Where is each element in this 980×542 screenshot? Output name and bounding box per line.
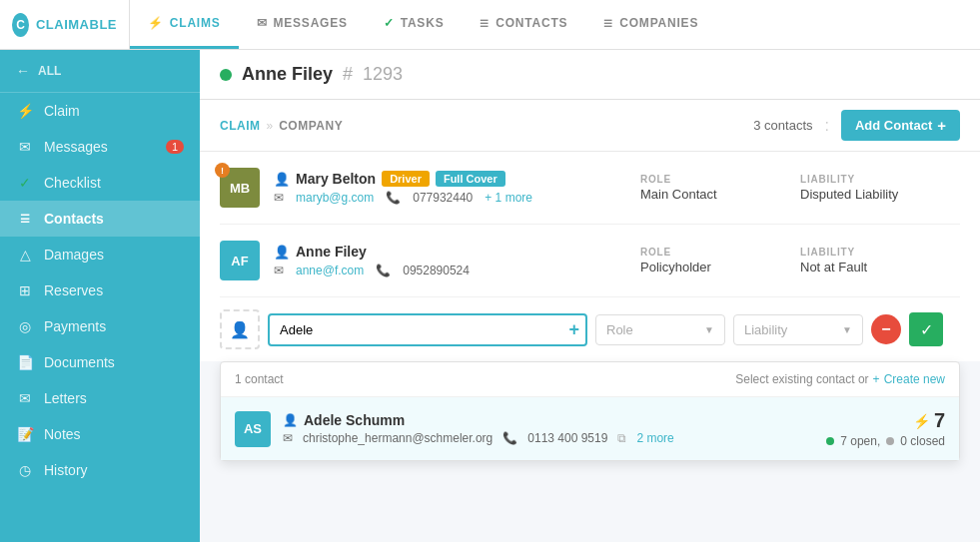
delete-row-button[interactable]: −: [871, 314, 901, 344]
mary-phone: 077932440: [413, 191, 473, 205]
anne-email[interactable]: anne@f.com: [296, 264, 364, 277]
contacts-count: 3 contacts: [753, 118, 812, 133]
person-icon-3: 👤: [283, 413, 298, 427]
sidebar-item-history[interactable]: ◷ History: [0, 452, 200, 488]
add-contact-button[interactable]: Add Contact +: [841, 110, 960, 141]
reserves-icon: ⊞: [16, 282, 34, 298]
letters-icon: ✉: [16, 390, 34, 406]
warning-indicator: !: [215, 163, 230, 178]
mary-role: ROLE Main Contact: [620, 174, 780, 202]
mary-email[interactable]: maryb@g.com: [296, 191, 374, 205]
nav-tab-contacts[interactable]: ☰ CONTACTS: [462, 0, 585, 49]
mary-liability-value: Disputed Liability: [800, 187, 960, 202]
contacts-nav-label: CONTACTS: [495, 16, 567, 30]
mary-more[interactable]: + 1 more: [485, 191, 532, 205]
driver-tag: Driver: [382, 171, 430, 187]
breadcrumb-right: 3 contacts : Add Contact +: [753, 110, 960, 141]
anne-initials: AF: [231, 254, 248, 269]
claims-label: CLAIMS: [170, 16, 221, 30]
sidebar: ← ALL ⚡ Claim ✉ Messages 1 ✓ Checklist ☰…: [0, 50, 200, 542]
phone-icon: 📞: [386, 191, 401, 205]
nav-tab-messages[interactable]: ✉ MESSAGES: [239, 0, 366, 49]
liability-dropdown[interactable]: Liability ▼: [733, 314, 863, 345]
closed-count: 0 closed: [900, 434, 945, 448]
adele-details: ✉ christophe_hermann@schmeler.org 📞 0113…: [283, 431, 806, 445]
lightning-icon: ⚡: [913, 413, 930, 429]
logo-circle: C: [12, 13, 29, 37]
messages-nav-icon: ✉: [257, 16, 268, 30]
sidebar-item-notes[interactable]: 📝 Notes: [0, 416, 200, 452]
person-icon-2: 👤: [274, 245, 290, 260]
nav-tab-tasks[interactable]: ✓ TASKS: [366, 0, 463, 49]
sidebar-damages-label: Damages: [44, 247, 104, 263]
mary-liability: LIABILITY Disputed Liability: [780, 174, 960, 202]
sidebar-item-claim[interactable]: ⚡ Claim: [0, 93, 200, 129]
companies-nav-icon: ☰: [603, 18, 613, 29]
logo-text: CLAIMABLE: [36, 17, 117, 32]
add-contact-label: Add Contact: [855, 118, 932, 133]
adele-avatar: AS: [235, 411, 271, 447]
breadcrumb-company[interactable]: COMPANY: [279, 119, 343, 133]
damages-icon: △: [16, 247, 34, 263]
adele-more: 2 more: [636, 431, 673, 445]
confirm-row-button[interactable]: ✓: [909, 312, 943, 346]
mary-role-value: Main Contact: [640, 187, 780, 202]
sidebar-item-messages[interactable]: ✉ Messages 1: [0, 129, 200, 165]
mary-name[interactable]: Mary Belton: [296, 171, 376, 187]
sidebar-all[interactable]: ← ALL: [0, 50, 200, 93]
anne-liability-value: Not at Fault: [800, 260, 960, 274]
open-count: 7 open,: [840, 434, 880, 448]
role-dropdown[interactable]: Role ▼: [595, 314, 725, 345]
create-new-plus-icon: +: [873, 372, 880, 386]
sidebar-item-letters[interactable]: ✉ Letters: [0, 380, 200, 416]
dropdown-header: 1 contact Select existing contact or + C…: [221, 362, 959, 397]
nav-tab-companies[interactable]: ☰ COMPANIES: [585, 0, 716, 49]
sidebar-item-payments[interactable]: ◎ Payments: [0, 308, 200, 344]
adele-email: christophe_hermann@schmeler.org: [303, 431, 492, 445]
anne-liability: LIABILITY Not at Fault: [780, 247, 960, 274]
sidebar-letters-label: Letters: [44, 390, 87, 406]
contacts-list: ! MB 👤 Mary Belton Driver Full Cover ✉ m…: [200, 152, 980, 297]
anne-role: ROLE Policyholder: [620, 247, 780, 274]
avatar-anne: AF: [220, 241, 260, 280]
role-placeholder: Role: [606, 322, 633, 337]
messages-icon: ✉: [16, 139, 34, 155]
closed-dot: [886, 437, 894, 445]
breadcrumb-claim[interactable]: CLAIM: [220, 119, 261, 133]
logo-area[interactable]: C CLAIMABLE: [0, 0, 130, 49]
select-existing-text: Select existing contact or: [735, 372, 868, 386]
dropdown-result-item[interactable]: AS 👤 Adele Schumm ✉ christophe_hermann@s…: [221, 397, 959, 460]
anne-name[interactable]: Anne Filey: [296, 244, 367, 260]
tasks-nav-label: TASKS: [401, 16, 445, 30]
anne-role-value: Policyholder: [640, 260, 780, 274]
adele-info: 👤 Adele Schumm ✉ christophe_hermann@schm…: [283, 412, 806, 445]
search-input-wrapper: +: [268, 313, 587, 346]
copy-icon: ⧉: [617, 431, 626, 445]
nav-tab-claims[interactable]: ⚡ CLAIMS: [130, 0, 239, 49]
cover-tag: Full Cover: [436, 171, 505, 187]
create-new-link[interactable]: Create new: [884, 372, 945, 386]
open-dot: [826, 437, 834, 445]
sidebar-item-damages[interactable]: △ Damages: [0, 237, 200, 272]
anne-info: 👤 Anne Filey ✉ anne@f.com 📞 0952890524: [274, 244, 620, 277]
adele-claim-status: 7 open, 0 closed: [826, 434, 945, 448]
role-label-2: ROLE: [640, 247, 780, 258]
sidebar-item-checklist[interactable]: ✓ Checklist: [0, 165, 200, 201]
contacts-sidebar-icon: ☰: [16, 213, 34, 226]
sidebar-reserves-label: Reserves: [44, 282, 103, 298]
anne-phone: 0952890524: [403, 264, 470, 277]
layout: ← ALL ⚡ Claim ✉ Messages 1 ✓ Checklist ☰…: [0, 50, 980, 542]
email-icon-3: ✉: [283, 431, 293, 445]
sidebar-item-reserves[interactable]: ⊞ Reserves: [0, 272, 200, 308]
mary-details: ✉ maryb@g.com 📞 077932440 + 1 more: [274, 191, 620, 205]
sidebar-item-documents[interactable]: 📄 Documents: [0, 344, 200, 380]
sidebar-item-contacts[interactable]: ☰ Contacts: [0, 201, 200, 237]
liability-label-2: LIABILITY: [800, 247, 960, 258]
adele-claims-info: ⚡ 7 7 open, 0 closed: [826, 409, 945, 448]
contact-search-input[interactable]: [268, 313, 587, 346]
history-icon: ◷: [16, 462, 34, 478]
back-arrow-icon: ←: [16, 63, 30, 79]
search-plus-icon[interactable]: +: [568, 319, 579, 340]
claim-hash: #: [343, 64, 353, 85]
sidebar-history-label: History: [44, 462, 88, 478]
